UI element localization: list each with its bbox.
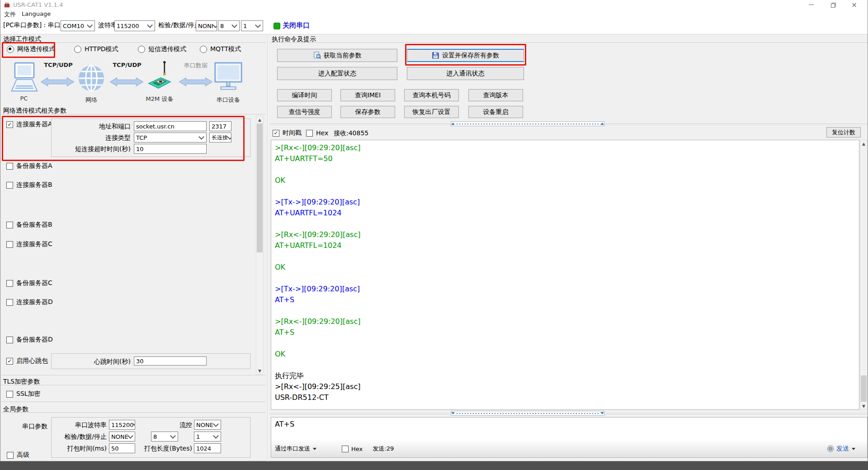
cmd-button[interactable]: 编译时间 [277, 89, 332, 101]
checkbox[interactable] [6, 241, 13, 248]
taskbar [0, 461, 868, 470]
packlen-input[interactable] [194, 443, 221, 453]
radio-icon[interactable] [138, 46, 145, 53]
server-a-port-input[interactable] [209, 121, 231, 131]
global-baud-select[interactable]: 115200 [109, 420, 135, 430]
stopbits-select[interactable]: 1 [241, 20, 263, 31]
global-databits-select[interactable]: 8 [151, 432, 178, 442]
mode-option-sms[interactable]: 短信透传模式 [138, 45, 186, 53]
log-line: >[Rx<-][09:29:20][asc] [275, 316, 855, 327]
scroll-up-icon[interactable]: ▲ [860, 140, 867, 147]
log-hex-checkbox-row[interactable]: Hex [306, 129, 328, 137]
short-timeout-input[interactable] [134, 144, 207, 154]
get-params-button[interactable]: 获取当前参数 [277, 49, 397, 62]
server-checkbox-row[interactable]: 备份服务器B [6, 221, 52, 229]
checkbox[interactable] [7, 452, 14, 459]
cmd-button[interactable]: 查询版本 [468, 89, 523, 101]
cmd-button[interactable]: 保存参数 [340, 106, 395, 118]
chevron-down-icon [213, 421, 219, 427]
log-line [275, 273, 855, 284]
restore-button[interactable] [823, 0, 843, 9]
log-line: 执行完毕 [275, 370, 855, 381]
packtime-input[interactable] [109, 443, 135, 453]
global-parity-select[interactable]: NONE [109, 432, 135, 442]
server-checkbox-row[interactable]: 连接服务器C [6, 240, 52, 248]
server-checkbox-row[interactable]: 备份服务器A [6, 162, 52, 170]
dropdown-arrow-icon[interactable] [852, 448, 855, 450]
splitter-dots [457, 123, 599, 124]
parity-select[interactable]: NONI [196, 20, 217, 31]
send-input[interactable]: AT+S [275, 420, 294, 428]
com-port-select[interactable]: COM10 [61, 20, 95, 31]
timestamp-checkbox-row[interactable]: 时间戳 [273, 129, 302, 137]
send-splitter-handle[interactable] [451, 411, 604, 416]
server-checkbox-row[interactable]: 备份服务器D [6, 336, 53, 344]
addr-label: 地址和端口 [55, 123, 131, 131]
cmd-button[interactable]: 设备重启 [468, 106, 523, 118]
conn-type-select[interactable]: TCP [134, 133, 207, 142]
cmd-button[interactable]: 恢复出厂设置 [404, 106, 459, 118]
menu-language[interactable]: Language [22, 10, 51, 17]
server-checkbox-row[interactable]: 备份服务器C [6, 279, 52, 287]
scroll-down-icon[interactable]: ▼ [256, 367, 263, 374]
cmd-button[interactable]: 查询本机号码 [404, 89, 459, 101]
app-icon [4, 1, 10, 8]
close-port-button[interactable]: 关闭串口 [283, 21, 310, 30]
log-scrollbar[interactable]: ▲ ▼ [860, 140, 868, 410]
server-a-address-input[interactable] [134, 121, 207, 131]
checkbox[interactable] [6, 222, 13, 228]
send-hex-checkbox[interactable] [342, 446, 349, 452]
scroll-down-icon[interactable]: ▼ [860, 403, 867, 409]
set-save-all-button[interactable]: 设置并保存所有参数 [407, 49, 524, 62]
dropdown-arrow-icon[interactable] [313, 448, 316, 450]
checkbox[interactable] [6, 337, 13, 343]
radio-selected-icon[interactable] [7, 46, 14, 53]
keepalive-select[interactable]: 长连接 [209, 133, 231, 142]
cmd-button[interactable]: 查信号强度 [277, 106, 332, 118]
checkbox[interactable] [306, 130, 313, 137]
checkbox[interactable] [6, 391, 13, 398]
checkbox-checked[interactable] [6, 358, 13, 365]
send-button[interactable]: 发送 [836, 445, 849, 453]
left-panel-scrollbar[interactable]: ▲ ▼ [256, 116, 264, 375]
checkbox[interactable] [6, 182, 13, 189]
arrow-icon [40, 76, 75, 88]
send-via-menu[interactable]: 通过串口发送 [275, 445, 310, 453]
log-splitter-handle[interactable] [451, 121, 604, 126]
checkbox-checked[interactable] [6, 121, 13, 128]
node-label-serial: 串口设备 [212, 96, 245, 104]
checkbox[interactable] [6, 299, 13, 306]
menu-file[interactable]: 文件 [4, 10, 16, 19]
scrollbar-thumb[interactable] [257, 123, 263, 252]
baud-select[interactable]: 115200 [114, 20, 155, 31]
server-checkbox-row[interactable]: 连接服务器D [6, 298, 53, 306]
ssl-checkbox-row[interactable]: SSL加密 [6, 390, 41, 398]
enter-config-button[interactable]: 进入配置状态 [277, 67, 397, 80]
scroll-up-icon[interactable]: ▲ [256, 116, 263, 123]
heartbeat-checkbox-row[interactable]: 启用心跳包 [6, 357, 48, 365]
radio-icon[interactable] [74, 46, 81, 53]
checkbox[interactable] [6, 280, 13, 287]
radio-icon[interactable] [200, 46, 207, 53]
mode-option-httpd[interactable]: HTTPD模式 [74, 45, 118, 53]
checkbox-checked[interactable] [273, 130, 279, 137]
global-stopbits-select[interactable]: 1 [194, 432, 221, 442]
packtime-label: 打包时间(ms) [43, 445, 107, 453]
enter-comm-button[interactable]: 进入通讯状态 [407, 67, 524, 80]
server-checkbox-row[interactable]: 连接服务器B [6, 181, 52, 189]
mode-option-net[interactable]: 网络透传模式 [7, 45, 55, 53]
arrow-icon [109, 76, 144, 88]
scrollbar-thumb[interactable] [861, 375, 867, 402]
flow-select[interactable]: NONE [194, 420, 221, 430]
databits-select[interactable]: 8 [218, 20, 240, 31]
server-a-checkbox-row[interactable]: 连接服务器A [6, 120, 52, 128]
heartbeat-time-input[interactable] [134, 356, 207, 366]
cmd-button[interactable]: 查询IMEI [340, 89, 395, 101]
close-button[interactable]: × [844, 0, 864, 9]
log-view[interactable]: >[Rx<-][09:29:20][asc]AT+UARTFT=50OK>[Tx… [271, 140, 859, 410]
minimize-button[interactable] [801, 0, 821, 9]
mode-option-mqtt[interactable]: MQTT模式 [200, 45, 241, 53]
reset-count-button[interactable]: 复位计数 [826, 127, 861, 138]
advanced-checkbox-row[interactable]: 高级 [7, 451, 29, 459]
checkbox[interactable] [6, 163, 13, 170]
